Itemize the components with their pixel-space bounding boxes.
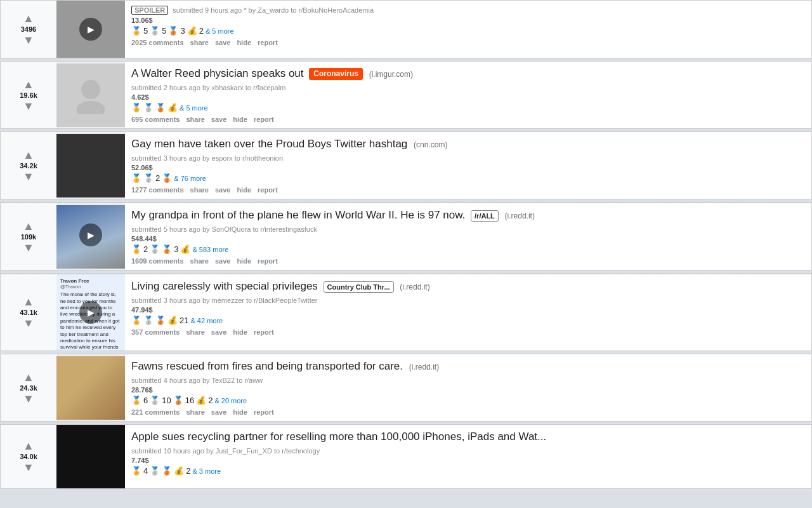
hide-link[interactable]: hide [237, 39, 251, 46]
hide-link[interactable]: hide [237, 257, 251, 265]
upvote-button[interactable]: ▲ [23, 149, 34, 161]
post-title-link[interactable]: Fawns rescued from fires and being trans… [131, 360, 403, 372]
awards-more[interactable]: & 3 more [192, 467, 221, 475]
downvote-button[interactable]: ▼ [23, 34, 34, 46]
save-link[interactable]: save [211, 328, 226, 336]
downvote-button[interactable]: ▼ [23, 100, 34, 112]
play-icon[interactable]: ▶ [79, 224, 102, 246]
post-domain: (i.redd.it) [409, 363, 439, 371]
post-meta: submitted 3 hours ago by memezzer to r/B… [131, 297, 805, 304]
post-points: 7.74$ [131, 457, 805, 464]
post-flair: Coronavirus [309, 68, 363, 81]
share-link[interactable]: share [186, 116, 204, 123]
upvote-button[interactable]: ▲ [23, 79, 34, 90]
hide-link[interactable]: hide [233, 328, 247, 336]
upvote-button[interactable]: ▲ [23, 440, 34, 451]
play-icon[interactable]: ▶ [79, 18, 102, 41]
report-link[interactable]: report [254, 408, 274, 416]
post-fawns: ▲ 24.3k ▼ Fawns rescued from fires and b… [0, 354, 812, 422]
post-meta: submitted 4 hours ago by TexB22 to r/aww [131, 377, 805, 384]
vote-count: 3496 [21, 25, 36, 33]
thumbnail [56, 62, 125, 128]
post-content: Apple sues recycling partner for reselli… [125, 425, 811, 488]
post-title-link[interactable]: A Walter Reed physician speaks out [131, 67, 304, 79]
user-avatar-icon [72, 76, 110, 114]
awards-more[interactable]: & 5 more [206, 27, 234, 35]
thumbnail [56, 132, 125, 199]
post-title-link[interactable]: Apple sues recycling partner for reselli… [131, 431, 546, 443]
report-link[interactable]: report [258, 39, 278, 46]
share-link[interactable]: share [190, 257, 209, 265]
comments-link[interactable]: 2025 comments [131, 39, 184, 46]
post-meta: SPOILER submitted 9 hours ago * by Za_wa… [131, 6, 805, 15]
hide-link[interactable]: hide [233, 116, 247, 123]
post-domain: (cnn.com) [414, 140, 447, 149]
post-title: My grandpa in front of the plane he flew… [131, 208, 805, 222]
save-link[interactable]: save [215, 186, 230, 194]
vote-col: ▲ 19.6k ▼ [1, 62, 56, 128]
save-link[interactable]: save [215, 257, 230, 265]
downvote-button[interactable]: ▼ [23, 318, 34, 329]
hide-link[interactable]: hide [237, 186, 251, 194]
report-link[interactable]: report [254, 116, 274, 123]
spoiler-badge: SPOILER [131, 6, 168, 15]
post-walterreed: ▲ 19.6k ▼ A Walter Reed physician speaks… [0, 61, 812, 129]
report-link[interactable]: report [254, 328, 274, 336]
awards-more[interactable]: & 20 more [214, 397, 247, 404]
upvote-button[interactable]: ▲ [23, 220, 34, 232]
post-proudboys: ▲ 34.2k ▼ Gay men have taken over the Pr… [0, 131, 812, 199]
upvote-button[interactable]: ▲ [23, 296, 34, 307]
vote-count: 19.6k [20, 91, 37, 99]
report-link[interactable]: report [258, 186, 278, 194]
awards-more[interactable]: & 42 more [190, 317, 223, 324]
hide-link[interactable]: hide [233, 408, 247, 416]
post-awards: 🏅5🥈5🥉3💰2 & 5 more [131, 26, 805, 36]
post-points: 548.44$ [131, 235, 805, 243]
post-points: 47.94$ [131, 306, 805, 314]
comments-link[interactable]: 1277 comments [131, 186, 184, 194]
comments-link[interactable]: 357 comments [131, 328, 180, 336]
post-apple: ▲ 34.0k ▼ Apple sues recycling partner f… [0, 424, 812, 489]
thumbnail: ▶ [56, 1, 125, 58]
post-awards: 🏅4🥈🥉💰2 & 3 more [131, 466, 805, 476]
vote-count: 34.2k [20, 162, 37, 170]
post-points: 28.76$ [131, 386, 805, 394]
post-title: A Walter Reed physician speaks out Coron… [131, 67, 805, 81]
meta-text: submitted 9 hours ago * by Za_wardo to r… [173, 6, 374, 14]
save-link[interactable]: save [215, 39, 230, 46]
awards-more[interactable]: & 76 more [174, 175, 206, 182]
share-link[interactable]: share [190, 186, 209, 194]
post-domain: (i.redd.it) [505, 211, 535, 220]
upvote-button[interactable]: ▲ [23, 13, 34, 24]
post-title-link[interactable]: Living carelessly with special privilege… [131, 280, 318, 292]
vote-count: 34.0k [20, 453, 37, 460]
post-actions: 2025 comments share save hide report [131, 39, 805, 46]
comments-link[interactable]: 221 comments [131, 408, 180, 416]
comments-link[interactable]: 695 comments [131, 116, 180, 123]
share-link[interactable]: share [190, 39, 209, 46]
post-awards: 🏅6🥈10🥉16💰2 & 20 more [131, 396, 805, 405]
downvote-button[interactable]: ▼ [23, 242, 34, 253]
vote-count: 109k [21, 233, 36, 241]
post-title-link[interactable]: Gay men have taken over the Proud Boys T… [131, 138, 407, 150]
save-link[interactable]: save [211, 116, 226, 123]
post-awards: 🏅🥈2🥉 & 76 more [131, 173, 805, 183]
downvote-button[interactable]: ▼ [23, 393, 34, 404]
comments-link[interactable]: 1609 comments [131, 257, 184, 265]
share-link[interactable]: share [186, 328, 204, 336]
post-domain: (i.imgur.com) [369, 70, 413, 79]
post-meta: submitted 10 hours ago by Just_For_Fun_X… [131, 447, 805, 455]
downvote-button[interactable]: ▼ [23, 171, 34, 182]
post-points: 52.06$ [131, 164, 805, 171]
downvote-button[interactable]: ▼ [23, 462, 34, 473]
awards-more[interactable]: & 583 more [192, 246, 228, 253]
awards-more[interactable]: & 5 more [180, 104, 208, 112]
post-title-link[interactable]: My grandpa in front of the plane he flew… [131, 209, 465, 221]
save-link[interactable]: save [211, 408, 226, 416]
post-meta: submitted 3 hours ago by esporx to r/not… [131, 154, 805, 162]
upvote-button[interactable]: ▲ [23, 371, 34, 383]
post-points: 13.06$ [131, 17, 805, 24]
report-link[interactable]: report [258, 257, 278, 265]
share-link[interactable]: share [186, 408, 204, 416]
post-content: SPOILER submitted 9 hours ago * by Za_wa… [125, 1, 811, 58]
